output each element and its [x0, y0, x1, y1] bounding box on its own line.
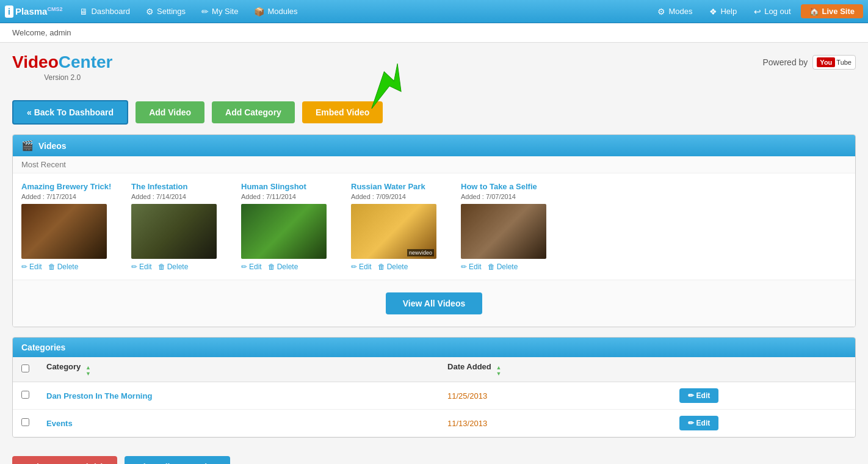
video-title[interactable]: Human Slingshot — [241, 182, 339, 191]
powered-by-text: Powered by — [762, 57, 808, 67]
sort-up-icon: ▲ — [496, 365, 501, 371]
col-date-header: Date Added ▲ ▼ — [439, 357, 671, 382]
brand-icon: i — [5, 5, 13, 18]
delete-categories-button[interactable]: Delete Categorie(s) — [12, 456, 117, 464]
edit-icon: ✏ — [131, 263, 137, 271]
edit-icon: ✏ — [461, 263, 467, 271]
delete-icon: 🗑 — [488, 263, 495, 271]
delete-icon: 🗑 — [378, 263, 385, 271]
video-edit-link[interactable]: ✏Edit — [461, 263, 482, 271]
video-delete-link[interactable]: 🗑Delete — [378, 263, 408, 271]
col-category-header: Category ▲ ▼ — [38, 357, 439, 382]
category-date: 11/25/2013 — [447, 391, 487, 401]
video-title[interactable]: Russian Water Park — [351, 182, 449, 191]
settings-icon: ⚙ — [146, 7, 154, 16]
edit-pencil-icon: ✏ — [688, 391, 694, 400]
video-actions: ✏Edit 🗑Delete — [461, 263, 559, 271]
nav-dashboard[interactable]: 🖥 Dashboard — [72, 4, 137, 19]
category-sort-icons[interactable]: ▲ ▼ — [85, 365, 91, 377]
live-site-button[interactable]: 🏠 Live Site — [801, 4, 863, 18]
footer-buttons: Delete Categorie(s) View All Categories — [12, 448, 856, 464]
delete-icon: 🗑 — [268, 263, 275, 271]
video-delete-link[interactable]: 🗑Delete — [488, 263, 518, 271]
video-edit-link[interactable]: ✏Edit — [241, 263, 262, 271]
video-date: Added : 7/09/2014 — [351, 193, 449, 200]
category-date: 11/13/2013 — [447, 419, 487, 428]
most-recent-label: Most Recent — [13, 156, 855, 173]
video-edit-link[interactable]: ✏Edit — [21, 263, 42, 271]
videos-grid: Amazing Brewery Trick! Added : 7/17/2014… — [13, 173, 855, 280]
video-delete-link[interactable]: 🗑Delete — [48, 263, 79, 271]
edit-icon: ✏ — [21, 263, 27, 271]
category-checkbox[interactable] — [21, 418, 29, 426]
nav-logout[interactable]: ↩ Log out — [747, 4, 798, 19]
page-title-block: VideoCenter Version 2.0 — [12, 53, 112, 82]
video-title[interactable]: Amazing Brewery Trick! — [21, 182, 119, 191]
back-to-dashboard-button[interactable]: « Back To Dashboard — [12, 100, 128, 125]
category-edit-button[interactable]: ✏ Edit — [679, 388, 719, 403]
modules-icon: 📦 — [254, 7, 264, 16]
category-date-cell: 11/13/2013 — [439, 410, 671, 437]
version-label: Version 2.0 — [12, 73, 112, 82]
view-all-videos-button[interactable]: View All Videos — [386, 292, 482, 314]
powered-by: Powered by You Tube — [762, 55, 856, 70]
youtube-icon: You — [817, 57, 835, 67]
page-header: VideoCenter Version 2.0 Powered by You T… — [0, 43, 868, 88]
videos-panel: 🎬 Videos Most Recent Amazing Brewery Tri… — [12, 134, 856, 327]
add-video-button[interactable]: Add Video — [136, 101, 204, 123]
videos-header-icon: 🎬 — [21, 140, 34, 151]
video-delete-link[interactable]: 🗑Delete — [158, 263, 189, 271]
modes-icon: ⚙ — [657, 7, 665, 16]
category-checkbox[interactable] — [21, 391, 29, 399]
title-video: Video — [12, 53, 59, 71]
select-all-checkbox[interactable] — [21, 364, 29, 372]
nav-my-site[interactable]: ✏ My Site — [194, 4, 245, 19]
nav-right: ⚙ Modes ❖ Help ↩ Log out 🏠 Live Site — [650, 4, 863, 19]
categories-panel: Categories Category ▲ ▼ Date — [12, 337, 856, 438]
video-title[interactable]: How to Take a Selfie — [461, 182, 559, 191]
sort-down-icon: ▼ — [85, 371, 91, 377]
col-actions-header — [671, 357, 855, 382]
video-thumbnail — [131, 204, 217, 259]
video-edit-link[interactable]: ✏Edit — [351, 263, 372, 271]
categories-panel-header: Categories — [13, 338, 855, 357]
video-date: Added : 7/11/2014 — [241, 193, 339, 200]
nav-modes[interactable]: ⚙ Modes — [650, 4, 700, 19]
nav-help[interactable]: ❖ Help — [702, 4, 744, 19]
video-actions: ✏Edit 🗑Delete — [21, 263, 119, 271]
videos-panel-header: 🎬 Videos — [13, 135, 855, 156]
videos-header-label: Videos — [38, 141, 67, 151]
category-name[interactable]: Dan Preston In The Morning — [46, 391, 152, 401]
dashboard-icon: 🖥 — [79, 7, 88, 16]
video-delete-link[interactable]: 🗑Delete — [268, 263, 298, 271]
nav-settings[interactable]: ⚙ Settings — [139, 4, 193, 19]
category-edit-cell: ✏ Edit — [671, 382, 855, 410]
brand-name: PlasmaCMS2 — [15, 6, 63, 16]
edit-icon: ✏ — [241, 263, 247, 271]
video-edit-link[interactable]: ✏Edit — [131, 263, 152, 271]
logout-icon: ↩ — [754, 7, 761, 16]
add-category-button[interactable]: Add Category — [212, 101, 295, 123]
category-name[interactable]: Events — [46, 419, 73, 428]
welcome-bar: Welcome, admin — [0, 23, 868, 43]
category-edit-cell: ✏ Edit — [671, 410, 855, 437]
video-actions: ✏Edit 🗑Delete — [131, 263, 229, 271]
help-icon: ❖ — [709, 7, 717, 16]
category-name-cell: Events — [38, 410, 439, 437]
row-checkbox-cell — [13, 410, 38, 437]
category-edit-button[interactable]: ✏ Edit — [679, 416, 719, 430]
home-icon: 🏠 — [809, 7, 819, 16]
view-all-videos-area: View All Videos — [13, 280, 855, 327]
categories-table: Category ▲ ▼ Date Added ▲ ▼ — [13, 357, 855, 437]
video-item: Human Slingshot Added : 7/11/2014 ✏Edit … — [241, 182, 339, 271]
nav-modules[interactable]: 📦 Modules — [247, 4, 305, 19]
date-sort-icons[interactable]: ▲ ▼ — [496, 365, 501, 377]
row-checkbox-cell — [13, 382, 38, 410]
category-row: Events 11/13/2013 ✏ Edit — [13, 410, 855, 437]
view-all-categories-button[interactable]: View All Categories — [125, 456, 230, 464]
delete-icon: 🗑 — [158, 263, 165, 271]
video-thumbnail: newvideo — [351, 204, 436, 259]
video-item: How to Take a Selfie Added : 7/07/2014 ✏… — [461, 182, 559, 271]
delete-icon: 🗑 — [48, 263, 56, 271]
video-title[interactable]: The Infestation — [131, 182, 229, 191]
